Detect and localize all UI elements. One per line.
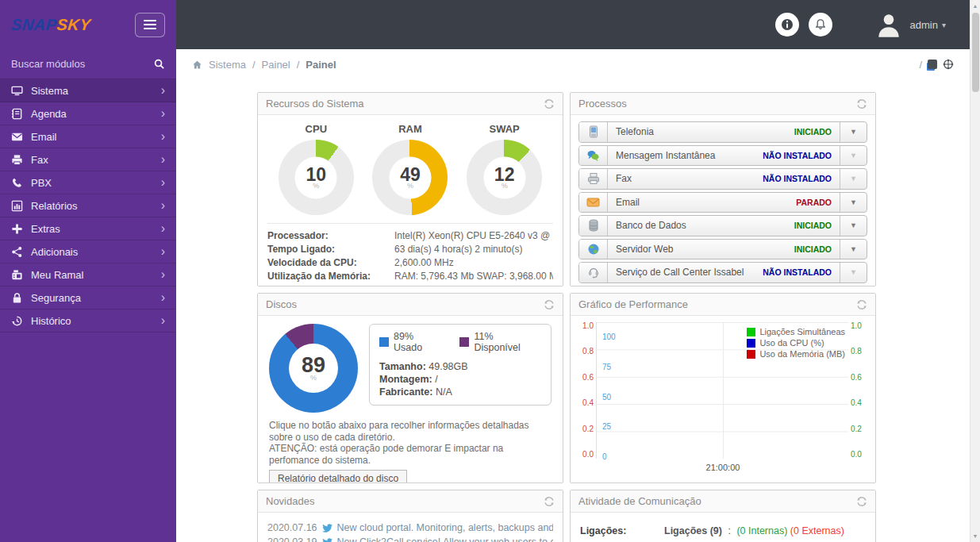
sidebar: SNAPSKY Buscar módulos Sistema› Agenda› …: [0, 0, 176, 542]
status-badge: NÃO INSTALADO: [763, 151, 832, 160]
plus-icon: [11, 223, 23, 235]
process-actions-dropdown[interactable]: ▼: [840, 193, 867, 213]
gridline-vertical: [723, 322, 724, 459]
status-badge: INICIADO: [794, 127, 832, 136]
notes-icon[interactable]: [928, 60, 937, 69]
refresh-icon[interactable]: [856, 299, 867, 310]
breadcrumb-current: Painel: [306, 59, 336, 71]
phone-icon: [11, 177, 23, 189]
breadcrumb-separator: /: [297, 59, 300, 71]
breadcrumb: Sistema / Painel / Painel /: [176, 49, 970, 79]
disk-detail-montagem: Montagem: /: [379, 373, 541, 386]
notifications-button[interactable]: [809, 13, 832, 37]
available-swatch: [459, 337, 469, 347]
bar-chart-icon: [11, 200, 23, 212]
refresh-icon[interactable]: [544, 98, 555, 110]
calls-external: (0 Externas): [790, 525, 844, 536]
disk-usage-unit: %: [310, 375, 317, 381]
sidebar-item-relatorios[interactable]: Relatórios›: [0, 194, 176, 217]
logo-part-sky: SKY: [56, 16, 91, 33]
news-date: 2020.07.16: [267, 521, 317, 535]
process-actions-dropdown[interactable]: ▼: [840, 216, 867, 236]
cpu-donut-chart: 10%: [279, 140, 354, 215]
performance-chart: 1.00.80.60.40.20.0 1007550250 Ligações S…: [571, 316, 875, 472]
chevron-right-icon: ›: [161, 130, 165, 143]
gauge-unit: %: [313, 183, 319, 189]
panel-novidades: Novidades 2020.07.16 New cloud portal. M…: [257, 490, 563, 542]
info-row-tempo-ligado: Tempo Ligado:63 dia(s) 4 hora(s) 2 minut…: [267, 243, 553, 256]
news-list: 2020.07.16 New cloud portal. Monitoring,…: [258, 513, 563, 542]
module-search-label: Buscar módulos: [11, 58, 85, 70]
hamburger-menu-button[interactable]: [135, 13, 165, 37]
email-icon: [579, 193, 608, 213]
sidebar-item-label: Meu Ramal: [31, 269, 83, 281]
sidebar-item-fax[interactable]: Fax›: [0, 148, 176, 171]
chat-icon: [579, 146, 608, 166]
process-row-call-center: Serviço de Call Center Issabel NÃO INSTA…: [578, 262, 867, 283]
disk-report-button[interactable]: Relatório detalhado do disco: [269, 470, 407, 483]
top-header: admin ▾: [176, 0, 970, 49]
refresh-icon[interactable]: [544, 496, 555, 507]
refresh-icon[interactable]: [544, 299, 555, 310]
sidebar-item-sistema[interactable]: Sistema›: [0, 79, 176, 102]
info-button[interactable]: [775, 13, 799, 37]
globe-icon[interactable]: [943, 59, 954, 70]
info-icon: [781, 18, 794, 31]
swap-gauge: SWAP 12%: [467, 123, 542, 215]
panel-title: Processos: [578, 98, 627, 110]
sidebar-item-meu-ramal[interactable]: Meu Ramal›: [0, 263, 176, 286]
plot-area: 1007550250 Ligações Simultâneas Uso da C…: [596, 322, 848, 459]
sidebar-item-extras[interactable]: Extras›: [0, 217, 176, 240]
process-row-servidor-web: Servidor Web INICIADO ▼: [578, 239, 867, 260]
panel-header: Processos: [571, 93, 875, 115]
process-actions-dropdown[interactable]: ▼: [840, 240, 867, 259]
home-icon[interactable]: [192, 60, 202, 70]
process-row-fax: Fax NÃO INSTALADO ▼: [578, 168, 867, 190]
legend-label: Ligações Simultâneas: [759, 327, 845, 336]
fax-print-icon: [579, 169, 608, 189]
user-menu[interactable]: admin ▾: [874, 10, 946, 40]
breadcrumb-painel[interactable]: Painel: [262, 59, 290, 71]
refresh-icon[interactable]: [856, 496, 867, 507]
gauge-value: 10: [306, 167, 327, 183]
page-scrollbar[interactable]: ▲ ▼: [970, 0, 980, 542]
breadcrumb-sistema[interactable]: Sistema: [209, 59, 246, 71]
scroll-down-arrow[interactable]: ▼: [970, 530, 980, 542]
process-row-banco-de-dados: Banco de Dados INICIADO ▼: [578, 215, 867, 236]
module-search-input[interactable]: Buscar módulos: [0, 49, 176, 79]
status-badge: INICIADO: [794, 244, 832, 254]
news-text[interactable]: New Click2Call service! Allow your web u…: [337, 535, 553, 542]
share-nodes-icon: [11, 246, 23, 258]
user-name: admin: [910, 19, 938, 31]
scroll-thumb[interactable]: [972, 13, 979, 92]
sidebar-item-seguranca[interactable]: Segurança›: [0, 286, 176, 309]
sidebar-item-pbx[interactable]: PBX›: [0, 171, 176, 194]
fax-icon: [11, 269, 23, 281]
x-axis-tick: 21:00:00: [577, 459, 869, 472]
process-actions-dropdown: ▼: [840, 169, 867, 189]
process-actions-dropdown[interactable]: ▼: [840, 122, 867, 142]
sidebar-item-email[interactable]: Email›: [0, 125, 176, 148]
breadcrumb-right-slash: /: [919, 59, 922, 71]
status-badge: NÃO INSTALADO: [763, 267, 832, 277]
chart-legend: Ligações Simultâneas Uso da CPU (%) Uso …: [747, 327, 845, 360]
scroll-up-arrow[interactable]: ▲: [970, 0, 980, 12]
disk-summary: 89% 89% Usado 11% Disponível Tamanho: 49…: [258, 316, 563, 413]
panel-header: Gráfico de Performance: [571, 294, 875, 316]
sidebar-item-agenda[interactable]: Agenda›: [0, 102, 176, 125]
sidebar-item-label: PBX: [31, 177, 52, 189]
refresh-icon[interactable]: [856, 98, 867, 110]
sidebar-item-adicionais[interactable]: Adicionais›: [0, 240, 176, 263]
search-icon[interactable]: [153, 58, 165, 70]
news-text[interactable]: New cloud portal. Monitoring, alerts, ba…: [337, 521, 553, 535]
chevron-right-icon: ›: [161, 314, 165, 327]
chevron-down-icon: ▾: [942, 21, 946, 29]
available-legend-label: 11% Disponível: [474, 331, 541, 353]
chevron-right-icon: ›: [161, 153, 165, 166]
status-badge: NÃO INSTALADO: [763, 174, 832, 183]
main-content: Sistema / Painel / Painel / Recursos do …: [176, 49, 970, 542]
chevron-right-icon: ›: [161, 107, 165, 120]
sidebar-item-historico[interactable]: Histórico›: [0, 309, 176, 333]
gauge-value: 12: [494, 167, 515, 183]
resource-gauges: CPU 10% RAM 49% SWAP 12%: [258, 115, 563, 215]
